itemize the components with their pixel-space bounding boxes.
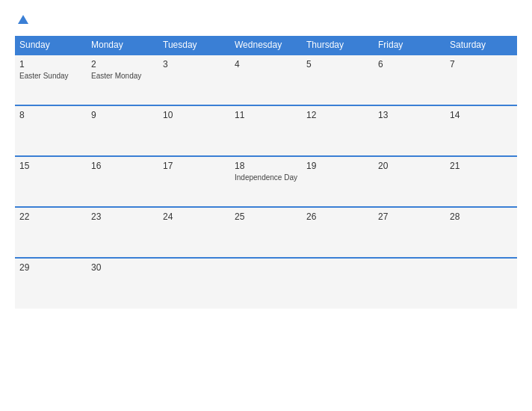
calendar-cell: 8 [15,105,87,156]
day-number: 28 [450,211,513,222]
weekday-header-monday: Monday [87,36,158,55]
day-number: 27 [378,211,441,222]
day-number: 6 [378,59,441,69]
calendar-cell: 10 [158,105,230,156]
day-number: 5 [306,59,369,69]
day-number: 9 [91,110,154,120]
calendar-cell: 22 [15,207,87,258]
day-number: 1 [19,59,82,69]
svg-marker-0 [18,15,28,24]
weekday-header-thursday: Thursday [302,36,374,55]
week-row-2: 891011121314 [15,105,517,156]
day-number: 22 [19,211,82,222]
day-number: 21 [450,161,513,171]
calendar-cell: 23 [87,207,158,258]
day-number: 8 [19,110,82,120]
day-number: 10 [163,110,226,120]
calendar-cell: 5 [302,55,374,105]
logo-icon [16,13,30,27]
day-number: 20 [378,161,441,171]
day-number: 15 [19,161,82,171]
logo [15,13,30,28]
calendar-page: SundayMondayTuesdayWednesdayThursdayFrid… [0,0,532,411]
calendar-cell [302,258,374,309]
weekday-header-tuesday: Tuesday [158,36,230,55]
calendar-cell: 14 [445,105,517,156]
day-number: 29 [19,262,82,273]
calendar-cell [445,258,517,309]
calendar-cell: 28 [445,207,517,258]
calendar-cell: 18Independence Day [230,156,302,207]
calendar-cell: 26 [302,207,374,258]
calendar-cell: 25 [230,207,302,258]
calendar-cell: 1Easter Sunday [15,55,87,105]
calendar-cell: 7 [445,55,517,105]
holiday-name: Easter Sunday [19,71,82,81]
calendar-cell: 20 [374,156,445,207]
calendar-cell [158,258,230,309]
week-row-5: 2930 [15,258,517,309]
day-number: 24 [163,211,226,222]
calendar-cell: 9 [87,105,158,156]
week-row-1: 1Easter Sunday2Easter Monday34567 [15,55,517,105]
calendar-cell: 13 [374,105,445,156]
calendar-cell: 24 [158,207,230,258]
day-number: 17 [163,161,226,171]
day-number: 30 [91,262,154,273]
day-number: 7 [450,59,513,69]
calendar-cell: 15 [15,156,87,207]
day-number: 12 [306,110,369,120]
week-row-4: 22232425262728 [15,207,517,258]
calendar-cell: 3 [158,55,230,105]
day-number: 19 [306,161,369,171]
holiday-name: Independence Day [235,173,297,182]
day-number: 13 [378,110,441,120]
day-number: 3 [163,59,226,69]
calendar-cell: 21 [445,156,517,207]
calendar-cell: 4 [230,55,302,105]
weekday-header-saturday: Saturday [445,36,517,55]
calendar-cell [230,258,302,309]
day-number: 16 [91,161,154,171]
calendar-cell: 6 [374,55,445,105]
weekday-header-row: SundayMondayTuesdayWednesdayThursdayFrid… [15,36,517,55]
day-number: 2 [91,59,154,69]
day-number: 26 [306,211,369,222]
calendar-cell: 30 [87,258,158,309]
day-number: 4 [235,59,297,69]
calendar-cell: 29 [15,258,87,309]
calendar-table: SundayMondayTuesdayWednesdayThursdayFrid… [15,36,517,309]
weekday-header-friday: Friday [374,36,445,55]
calendar-cell: 2Easter Monday [87,55,158,105]
day-number: 25 [235,211,297,222]
day-number: 23 [91,211,154,222]
calendar-cell [374,258,445,309]
week-row-3: 15161718Independence Day192021 [15,156,517,207]
weekday-header-wednesday: Wednesday [230,36,302,55]
weekday-header-sunday: Sunday [15,36,87,55]
calendar-cell: 19 [302,156,374,207]
calendar-cell: 16 [87,156,158,207]
calendar-cell: 17 [158,156,230,207]
day-number: 14 [450,110,513,120]
holiday-name: Easter Monday [91,71,154,81]
calendar-cell: 27 [374,207,445,258]
calendar-cell: 11 [230,105,302,156]
day-number: 11 [235,110,297,120]
day-number: 18 [235,161,297,171]
header [15,13,517,28]
calendar-cell: 12 [302,105,374,156]
